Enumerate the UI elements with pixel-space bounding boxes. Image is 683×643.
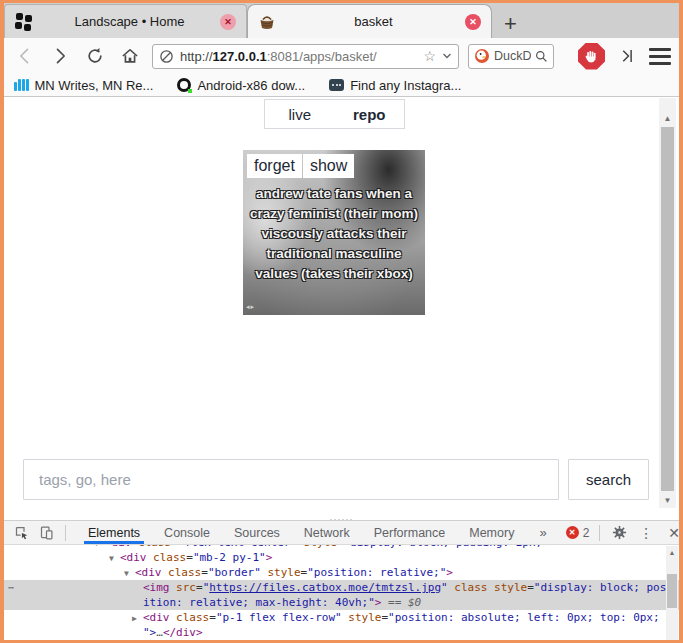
back-button[interactable] bbox=[12, 43, 38, 69]
show-button[interactable]: show bbox=[303, 154, 354, 178]
toolbar-divider bbox=[599, 525, 600, 541]
toolbar-divider bbox=[65, 525, 66, 541]
main-menu-icon[interactable] bbox=[649, 48, 671, 65]
url-bar[interactable]: http://127.0.0.1:8081/apps/basket/ ☆ bbox=[152, 44, 459, 69]
elements-tree: ▼<div class="flex text-center" style="di… bbox=[4, 545, 679, 639]
live-repo-switcher: live repo bbox=[264, 99, 405, 129]
tree-row[interactable]: <img src="https://files.catbox.moe/tmtzs… bbox=[4, 580, 679, 595]
adblock-stop-hand-icon[interactable] bbox=[578, 43, 605, 70]
url-host: 127.0.0.1 bbox=[213, 49, 267, 64]
devtools-splitter[interactable]: ······ bbox=[4, 508, 679, 520]
bookmark-find-instagram[interactable]: Find any Instagra... bbox=[329, 78, 461, 93]
scroll-up-icon[interactable]: ▲ bbox=[659, 114, 676, 123]
page-scrollbar-thumb[interactable] bbox=[661, 127, 674, 491]
forget-button[interactable]: forget bbox=[247, 154, 302, 178]
basket-icon bbox=[258, 13, 276, 31]
devtools-tab-sources[interactable]: Sources bbox=[222, 521, 292, 544]
devtools-tabs: ElementsConsoleSourcesNetworkPerformance… bbox=[76, 521, 526, 544]
meme-image: forget show andrew tate fans when acrazy… bbox=[243, 150, 425, 315]
meme-text-line: viscously attacks their bbox=[243, 224, 425, 244]
blue-bars-favicon bbox=[14, 79, 29, 91]
browser-tab-bar: Landscape • Home ✕ basket ✕ + bbox=[4, 3, 679, 38]
page-viewport: live repo forget show andrew tate fans w… bbox=[4, 98, 679, 508]
devtools-toolbar: ElementsConsoleSourcesNetworkPerformance… bbox=[4, 520, 679, 545]
browser-tab-landscape-home[interactable]: Landscape • Home ✕ bbox=[4, 4, 247, 38]
duckduckgo-icon bbox=[474, 48, 490, 64]
home-button[interactable] bbox=[117, 43, 143, 69]
forward-button[interactable] bbox=[47, 43, 73, 69]
devtools-tab-elements[interactable]: Elements bbox=[76, 521, 152, 544]
tree-row[interactable]: ▶<div class="p-1 flex flex-row" style="p… bbox=[4, 610, 679, 625]
devtools-tab-performance[interactable]: Performance bbox=[362, 521, 458, 544]
bookmarks-bar: MN Writes, MN Re... Android-x86 dow... F… bbox=[4, 74, 679, 97]
devtools-settings-gear-icon[interactable] bbox=[610, 524, 628, 542]
device-toolbar-icon[interactable] bbox=[37, 524, 55, 542]
tree-row[interactable]: ▼<div class="mb-2 py-1"> bbox=[4, 550, 679, 565]
tab-repo[interactable]: repo bbox=[335, 100, 405, 128]
bookmark-android-x86[interactable]: Android-x86 dow... bbox=[177, 78, 305, 93]
meme-text-line: crazy feminist (their mom) bbox=[243, 204, 425, 224]
navigation-toolbar: http://127.0.0.1:8081/apps/basket/ ☆ Duc… bbox=[4, 38, 679, 74]
devtools-tab-network[interactable]: Network bbox=[292, 521, 362, 544]
tree-row[interactable]: ition: relative; max-height: 40vh;"> == … bbox=[4, 595, 679, 610]
page-scrollbar[interactable]: ▲ ▼ bbox=[659, 98, 676, 508]
url-text: http://127.0.0.1:8081/apps/basket/ bbox=[180, 49, 417, 64]
bookmark-label: Find any Instagra... bbox=[350, 78, 461, 93]
meme-text: andrew tate fans when acrazy feminist (t… bbox=[243, 184, 425, 284]
site-info-globe-icon[interactable] bbox=[159, 49, 174, 64]
error-icon: ✕ bbox=[566, 526, 579, 539]
devtools-menu-icon[interactable]: ⋮ bbox=[635, 525, 657, 541]
bookmark-mn-writes[interactable]: MN Writes, MN Re... bbox=[14, 78, 153, 93]
tags-search-input[interactable] bbox=[23, 459, 559, 500]
error-count: 2 bbox=[583, 526, 590, 540]
row-overflow-gutter[interactable]: ⋯ bbox=[8, 580, 14, 595]
inspect-element-icon[interactable] bbox=[12, 524, 30, 542]
meme-text-line: traditional masculine bbox=[243, 244, 425, 264]
url-scheme: http:// bbox=[180, 49, 213, 64]
app-grid-icon bbox=[15, 13, 33, 31]
tab-title: Landscape • Home bbox=[39, 14, 220, 29]
tab-live[interactable]: live bbox=[265, 100, 335, 128]
bookmark-label: Android-x86 dow... bbox=[197, 78, 305, 93]
devtools-scrollbar-thumb[interactable] bbox=[667, 574, 677, 608]
url-dropdown-chevron-icon[interactable] bbox=[442, 52, 452, 60]
speech-bubble-favicon bbox=[329, 79, 344, 91]
search-button[interactable]: search bbox=[568, 459, 649, 500]
tab-close-button[interactable]: ✕ bbox=[465, 14, 481, 30]
tree-row[interactable]: ▼<div class="border" style="position: re… bbox=[4, 565, 679, 580]
sidebar-toggle-icon[interactable] bbox=[614, 43, 640, 69]
devtools-close-icon[interactable]: ✕ bbox=[664, 525, 683, 541]
bookmark-star-icon[interactable]: ☆ bbox=[423, 49, 436, 63]
more-tabs-icon[interactable]: » bbox=[533, 525, 552, 540]
image-artifact: ◂▸ bbox=[246, 303, 255, 311]
reload-button[interactable] bbox=[82, 43, 108, 69]
web-search-field[interactable]: DuckDu... bbox=[468, 44, 554, 69]
tab-close-button[interactable]: ✕ bbox=[220, 14, 236, 30]
devtools-tab-memory[interactable]: Memory bbox=[457, 521, 526, 544]
search-engine-label: DuckDu... bbox=[494, 49, 531, 63]
tree-row[interactable]: ">…</div> bbox=[4, 625, 679, 639]
meme-text-line: values (takes their xbox) bbox=[243, 264, 425, 284]
meme-text-line: andrew tate fans when a bbox=[243, 184, 425, 204]
devtools-tab-console[interactable]: Console bbox=[152, 521, 222, 544]
bookmark-label: MN Writes, MN Re... bbox=[35, 78, 154, 93]
image-overlay-buttons: forget show bbox=[247, 154, 354, 178]
ring-favicon bbox=[177, 78, 191, 92]
devtools-panel: ElementsConsoleSourcesNetworkPerformance… bbox=[4, 520, 679, 640]
browser-tab-basket[interactable]: basket ✕ bbox=[247, 4, 492, 38]
search-magnifier-icon[interactable] bbox=[535, 50, 548, 63]
scroll-up-icon[interactable]: ▲ bbox=[666, 549, 678, 556]
url-path: :8081/apps/basket/ bbox=[267, 49, 377, 64]
new-tab-button[interactable]: + bbox=[504, 14, 517, 34]
scroll-down-icon[interactable]: ▼ bbox=[659, 496, 676, 505]
devtools-scrollbar[interactable]: ▲ bbox=[666, 546, 678, 640]
error-counter[interactable]: ✕ 2 bbox=[566, 526, 590, 540]
tab-title: basket bbox=[282, 14, 465, 29]
